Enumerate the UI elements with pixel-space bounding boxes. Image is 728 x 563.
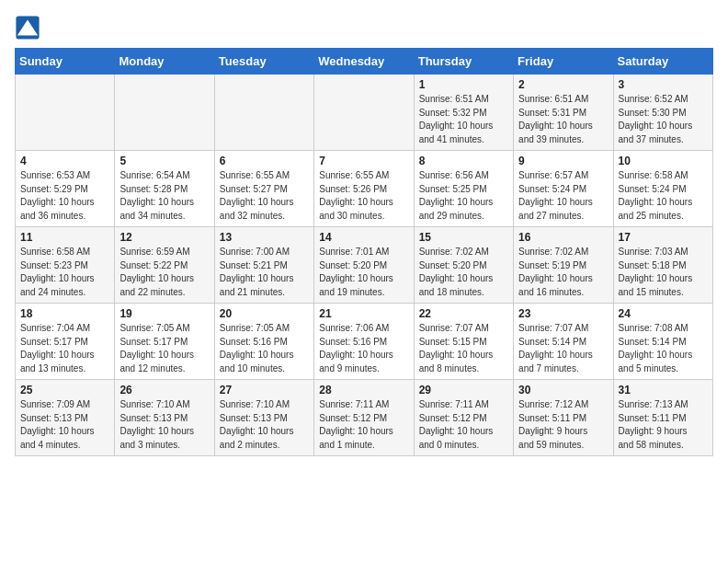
day-info: Sunrise: 6:57 AM Sunset: 5:24 PM Dayligh… — [518, 169, 608, 223]
page-header — [15, 15, 713, 40]
day-info: Sunrise: 6:51 AM Sunset: 5:32 PM Dayligh… — [419, 93, 508, 146]
header-day-monday: Monday — [115, 49, 214, 75]
day-info: Sunrise: 6:54 AM Sunset: 5:28 PM Dayligh… — [119, 169, 209, 223]
week-row-2: 4Sunrise: 6:53 AM Sunset: 5:29 PM Daylig… — [16, 151, 713, 227]
day-number: 30 — [518, 384, 608, 396]
day-number: 16 — [518, 231, 608, 244]
day-number: 25 — [20, 384, 109, 396]
day-cell: 31Sunrise: 7:13 AM Sunset: 5:11 PM Dayli… — [613, 380, 712, 456]
calendar-table: SundayMondayTuesdayWednesdayThursdayFrid… — [15, 48, 713, 456]
day-cell: 4Sunrise: 6:53 AM Sunset: 5:29 PM Daylig… — [16, 151, 115, 227]
calendar-header: SundayMondayTuesdayWednesdayThursdayFrid… — [16, 49, 713, 75]
day-cell: 19Sunrise: 7:05 AM Sunset: 5:17 PM Dayli… — [115, 304, 214, 380]
day-number: 31 — [619, 384, 708, 396]
logo — [15, 15, 44, 40]
day-number: 10 — [619, 155, 708, 167]
day-number: 11 — [20, 231, 109, 244]
day-number: 19 — [119, 307, 209, 320]
day-info: Sunrise: 6:55 AM Sunset: 5:27 PM Dayligh… — [220, 169, 309, 223]
day-cell: 27Sunrise: 7:10 AM Sunset: 5:13 PM Dayli… — [214, 380, 313, 456]
day-info: Sunrise: 7:00 AM Sunset: 5:21 PM Dayligh… — [220, 246, 309, 299]
day-info: Sunrise: 6:59 AM Sunset: 5:22 PM Dayligh… — [119, 246, 209, 299]
week-row-5: 25Sunrise: 7:09 AM Sunset: 5:13 PM Dayli… — [16, 380, 713, 456]
header-day-sunday: Sunday — [16, 49, 115, 75]
header-day-tuesday: Tuesday — [214, 49, 313, 75]
day-info: Sunrise: 7:05 AM Sunset: 5:16 PM Dayligh… — [220, 322, 309, 375]
day-number: 9 — [518, 155, 608, 167]
day-number: 20 — [220, 307, 309, 320]
day-cell: 12Sunrise: 6:59 AM Sunset: 5:22 PM Dayli… — [115, 227, 214, 304]
day-cell: 5Sunrise: 6:54 AM Sunset: 5:28 PM Daylig… — [115, 151, 214, 227]
week-row-1: 1Sunrise: 6:51 AM Sunset: 5:32 PM Daylig… — [16, 75, 713, 151]
day-info: Sunrise: 6:58 AM Sunset: 5:24 PM Dayligh… — [619, 169, 708, 223]
day-cell: 17Sunrise: 7:03 AM Sunset: 5:18 PM Dayli… — [613, 227, 712, 304]
day-number: 5 — [119, 155, 209, 167]
day-number: 13 — [220, 231, 309, 244]
day-info: Sunrise: 7:07 AM Sunset: 5:14 PM Dayligh… — [518, 322, 608, 375]
header-day-wednesday: Wednesday — [314, 49, 414, 75]
day-number: 27 — [220, 384, 309, 396]
week-row-3: 11Sunrise: 6:58 AM Sunset: 5:23 PM Dayli… — [16, 227, 713, 304]
calendar-body: 1Sunrise: 6:51 AM Sunset: 5:32 PM Daylig… — [16, 75, 713, 456]
header-day-thursday: Thursday — [414, 49, 513, 75]
day-cell: 18Sunrise: 7:04 AM Sunset: 5:17 PM Dayli… — [16, 304, 115, 380]
day-info: Sunrise: 7:02 AM Sunset: 5:20 PM Dayligh… — [419, 246, 508, 299]
day-info: Sunrise: 7:06 AM Sunset: 5:16 PM Dayligh… — [319, 322, 408, 375]
day-cell: 25Sunrise: 7:09 AM Sunset: 5:13 PM Dayli… — [16, 380, 115, 456]
day-number: 12 — [119, 231, 209, 244]
day-info: Sunrise: 6:52 AM Sunset: 5:30 PM Dayligh… — [619, 93, 708, 146]
day-number: 6 — [220, 155, 309, 167]
day-cell: 28Sunrise: 7:11 AM Sunset: 5:12 PM Dayli… — [314, 380, 414, 456]
day-cell: 13Sunrise: 7:00 AM Sunset: 5:21 PM Dayli… — [214, 227, 313, 304]
day-number: 14 — [319, 231, 408, 244]
day-cell — [115, 75, 214, 151]
day-cell: 8Sunrise: 6:56 AM Sunset: 5:25 PM Daylig… — [414, 151, 513, 227]
day-number: 8 — [419, 155, 508, 167]
day-info: Sunrise: 6:55 AM Sunset: 5:26 PM Dayligh… — [319, 169, 408, 223]
day-info: Sunrise: 7:04 AM Sunset: 5:17 PM Dayligh… — [20, 322, 109, 375]
day-info: Sunrise: 6:58 AM Sunset: 5:23 PM Dayligh… — [20, 246, 109, 299]
day-cell: 1Sunrise: 6:51 AM Sunset: 5:32 PM Daylig… — [414, 75, 513, 151]
day-info: Sunrise: 6:51 AM Sunset: 5:31 PM Dayligh… — [518, 93, 608, 146]
day-info: Sunrise: 6:53 AM Sunset: 5:29 PM Dayligh… — [20, 169, 109, 223]
header-day-friday: Friday — [514, 49, 613, 75]
day-number: 18 — [20, 307, 109, 320]
day-cell: 14Sunrise: 7:01 AM Sunset: 5:20 PM Dayli… — [314, 227, 414, 304]
day-cell — [16, 75, 115, 151]
header-row: SundayMondayTuesdayWednesdayThursdayFrid… — [16, 49, 713, 75]
day-cell: 7Sunrise: 6:55 AM Sunset: 5:26 PM Daylig… — [314, 151, 414, 227]
day-number: 2 — [518, 78, 608, 91]
day-cell: 23Sunrise: 7:07 AM Sunset: 5:14 PM Dayli… — [514, 304, 613, 380]
day-info: Sunrise: 7:08 AM Sunset: 5:14 PM Dayligh… — [619, 322, 708, 375]
day-number: 1 — [419, 78, 508, 91]
day-number: 21 — [319, 307, 408, 320]
day-cell — [214, 75, 313, 151]
day-info: Sunrise: 7:11 AM Sunset: 5:12 PM Dayligh… — [319, 398, 408, 452]
day-cell: 20Sunrise: 7:05 AM Sunset: 5:16 PM Dayli… — [214, 304, 313, 380]
day-number: 22 — [419, 307, 508, 320]
day-number: 23 — [518, 307, 608, 320]
day-number: 24 — [619, 307, 708, 320]
day-info: Sunrise: 6:56 AM Sunset: 5:25 PM Dayligh… — [419, 169, 508, 223]
day-number: 28 — [319, 384, 408, 396]
day-cell: 29Sunrise: 7:11 AM Sunset: 5:12 PM Dayli… — [414, 380, 513, 456]
week-row-4: 18Sunrise: 7:04 AM Sunset: 5:17 PM Dayli… — [16, 304, 713, 380]
day-number: 29 — [419, 384, 508, 396]
day-info: Sunrise: 7:09 AM Sunset: 5:13 PM Dayligh… — [20, 398, 109, 452]
day-info: Sunrise: 7:10 AM Sunset: 5:13 PM Dayligh… — [119, 398, 209, 452]
day-number: 4 — [20, 155, 109, 167]
day-number: 7 — [319, 155, 408, 167]
day-cell: 10Sunrise: 6:58 AM Sunset: 5:24 PM Dayli… — [613, 151, 712, 227]
day-info: Sunrise: 7:13 AM Sunset: 5:11 PM Dayligh… — [619, 398, 708, 452]
day-info: Sunrise: 7:02 AM Sunset: 5:19 PM Dayligh… — [518, 246, 608, 299]
day-cell: 21Sunrise: 7:06 AM Sunset: 5:16 PM Dayli… — [314, 304, 414, 380]
day-number: 26 — [119, 384, 209, 396]
day-info: Sunrise: 7:05 AM Sunset: 5:17 PM Dayligh… — [119, 322, 209, 375]
day-cell — [314, 75, 414, 151]
day-info: Sunrise: 7:11 AM Sunset: 5:12 PM Dayligh… — [419, 398, 508, 452]
day-cell: 24Sunrise: 7:08 AM Sunset: 5:14 PM Dayli… — [613, 304, 712, 380]
header-day-saturday: Saturday — [613, 49, 712, 75]
logo-icon — [15, 15, 40, 40]
day-cell: 2Sunrise: 6:51 AM Sunset: 5:31 PM Daylig… — [514, 75, 613, 151]
day-cell: 30Sunrise: 7:12 AM Sunset: 5:11 PM Dayli… — [514, 380, 613, 456]
